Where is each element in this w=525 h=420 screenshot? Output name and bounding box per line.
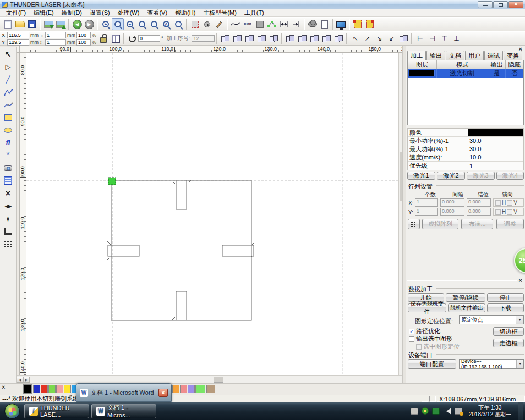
- lock-ratio-icon[interactable]: [97, 32, 110, 45]
- undo-icon[interactable]: ◀: [71, 18, 83, 30]
- bezier-tool[interactable]: [1, 98, 15, 111]
- snap-grid-icon[interactable]: [110, 32, 122, 45]
- ellipse-tool[interactable]: [1, 124, 15, 136]
- output-device-icon[interactable]: [307, 18, 319, 30]
- laser4-button[interactable]: 激光4: [496, 172, 524, 180]
- menu-process[interactable]: 处理(W): [114, 9, 144, 17]
- text-tool[interactable]: fI: [1, 136, 15, 149]
- menu-edit[interactable]: 编辑(E): [30, 9, 58, 17]
- palette-swatch[interactable]: [48, 385, 56, 393]
- volume-icon[interactable]: [443, 408, 451, 415]
- scroll-right-button[interactable]: ▶: [23, 377, 30, 383]
- menu-tools[interactable]: 工具(T): [240, 9, 268, 17]
- new-file-icon[interactable]: [2, 18, 14, 30]
- palette-swatch[interactable]: [172, 385, 179, 393]
- path-optimize-option[interactable]: ✓ 路径优化: [409, 327, 440, 335]
- menu-draw[interactable]: 绘制(D): [58, 9, 86, 17]
- minimize-button[interactable]: [478, 1, 493, 8]
- drawing-canvas[interactable]: [26, 53, 398, 375]
- laser2-button[interactable]: 激光2: [437, 172, 465, 180]
- array-y-gap-input[interactable]: 0.000: [440, 208, 464, 216]
- menu-settings[interactable]: 设置(S): [86, 9, 114, 17]
- array-x-count-input[interactable]: 1: [415, 198, 438, 207]
- app-tray-icon[interactable]: [432, 408, 440, 415]
- open-file-icon[interactable]: [14, 18, 26, 30]
- align-h-center-icon[interactable]: [284, 32, 296, 45]
- zoom-text-icon[interactable]: A: [160, 18, 172, 30]
- fill-tool-icon[interactable]: [254, 18, 266, 30]
- mirror-b-icon[interactable]: [231, 32, 243, 45]
- array-y-mirror-h-checkbox[interactable]: [495, 209, 501, 215]
- taskbar-clock[interactable]: 下午 1:33 2018/3/12 星期一: [466, 405, 515, 418]
- save-icon[interactable]: [26, 18, 38, 30]
- start-button[interactable]: [4, 404, 20, 419]
- vertical-scrollbar[interactable]: [398, 53, 402, 375]
- zoom-page-icon[interactable]: [136, 18, 148, 30]
- palette-swatch[interactable]: [56, 385, 63, 393]
- hscroll-thumb[interactable]: [214, 377, 223, 383]
- laser3-button[interactable]: 激光3: [467, 172, 495, 180]
- align-top-right-icon[interactable]: ↗: [361, 32, 373, 45]
- stop-button[interactable]: 停止: [487, 293, 524, 302]
- offline-file-output-button[interactable]: 脱机文件输出: [448, 303, 485, 312]
- color-value-swatch[interactable]: [468, 129, 523, 136]
- virtual-array-button[interactable]: 虚拟阵列: [422, 219, 458, 229]
- matrix-copy-tool[interactable]: [1, 237, 15, 250]
- mirror-vertical-tool[interactable]: ▲▼: [1, 212, 15, 225]
- section-close-icon[interactable]: ×: [519, 278, 522, 283]
- redo-icon[interactable]: ▶: [83, 18, 95, 30]
- menu-file[interactable]: 文件(F): [2, 9, 30, 17]
- array-y-count-input[interactable]: 1: [415, 208, 438, 216]
- rectangle-tool[interactable]: [1, 111, 15, 124]
- palette-swatch[interactable]: [180, 385, 187, 393]
- network-icon[interactable]: [455, 408, 462, 415]
- taskbar-app-thunder[interactable]: / THUNDER LASE...: [24, 404, 89, 418]
- align-v-center-icon[interactable]: [296, 32, 308, 45]
- export-image-icon[interactable]: [54, 18, 67, 30]
- scale-w-input[interactable]: 100: [76, 32, 91, 38]
- group-icon[interactable]: [267, 32, 280, 45]
- x-coord-input[interactable]: 116.5: [7, 32, 29, 38]
- array-x-stagger-input[interactable]: 0.000: [467, 198, 491, 207]
- prop-row-min-power[interactable]: 最小功率(%)-130.0: [408, 137, 523, 145]
- mirror-d-icon[interactable]: [255, 32, 267, 45]
- menu-help[interactable]: 帮助(H): [171, 9, 199, 17]
- palette-swatch[interactable]: [41, 385, 48, 393]
- curve-tool-icon[interactable]: [229, 18, 242, 30]
- output-selected-option[interactable]: 输出选中图形: [409, 335, 452, 343]
- download-button[interactable]: 下载: [487, 303, 524, 312]
- mirror-a-icon[interactable]: [219, 32, 231, 45]
- rotate-icon[interactable]: [126, 32, 138, 45]
- output-selected-checkbox[interactable]: [409, 336, 414, 342]
- palette-swatch[interactable]: [64, 385, 71, 393]
- prop-row-color[interactable]: 颜色: [408, 129, 523, 137]
- adjust-button[interactable]: 调整: [496, 219, 524, 229]
- layer-row[interactable]: 激光切割 是 否: [408, 69, 523, 78]
- align-top-edge-icon[interactable]: ⊤: [438, 32, 450, 45]
- align-top-left-icon[interactable]: ↖: [349, 32, 361, 45]
- align-bottom-left-icon[interactable]: ↙: [385, 32, 397, 45]
- palette-swatch[interactable]: [23, 384, 32, 394]
- port-config-button[interactable]: 端口配置: [408, 359, 456, 369]
- array-y-mirror-v-checkbox[interactable]: [507, 209, 512, 215]
- array-x-gap-input[interactable]: 0.000: [440, 198, 464, 207]
- zoom-out-icon[interactable]: −: [124, 18, 136, 30]
- show-desktop-button[interactable]: [518, 402, 523, 420]
- align-bottom-right-icon[interactable]: ↘: [373, 32, 385, 45]
- antivirus-icon[interactable]: [422, 407, 429, 415]
- measure-offset-icon[interactable]: [290, 18, 302, 30]
- align-right-edge-icon[interactable]: ⊣: [426, 32, 438, 45]
- mirror-horizontal-tool[interactable]: ◀▶: [1, 200, 15, 212]
- laser1-button[interactable]: 激光1: [407, 172, 435, 180]
- array-preview-button[interactable]: [408, 219, 420, 229]
- prop-row-max-power[interactable]: 最大功率(%)-130.0: [408, 145, 523, 153]
- menu-view[interactable]: 查看(V): [143, 9, 171, 17]
- preview-icon[interactable]: [335, 18, 347, 30]
- path-optimize-checkbox[interactable]: ✓: [409, 329, 414, 334]
- prop-row-speed[interactable]: 速度(mm/s):10.0: [408, 153, 523, 162]
- select-tool[interactable]: ↖: [1, 48, 15, 60]
- origin-position-alt-icon[interactable]: [364, 18, 376, 30]
- rotate-input[interactable]: 0: [138, 35, 160, 42]
- width-input[interactable]: 1: [45, 32, 66, 38]
- palette-swatch[interactable]: [188, 385, 195, 393]
